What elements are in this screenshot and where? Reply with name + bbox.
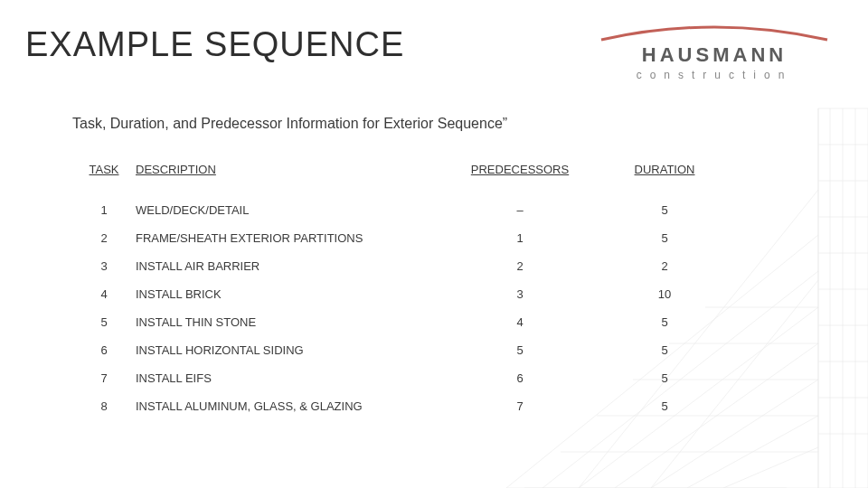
cell-duration: 5 [606, 196, 723, 224]
cell-description: INSTALL THIN STONE [136, 308, 434, 336]
cell-duration: 5 [606, 364, 723, 392]
cell-description: INSTALL ALUMINUM, GLASS, & GLAZING [136, 392, 434, 420]
cell-task: 4 [72, 280, 136, 308]
swoosh-icon [597, 23, 832, 43]
cell-duration: 5 [606, 308, 723, 336]
cell-duration: 2 [606, 252, 723, 280]
brand-main-text: HAUSMANN [597, 43, 832, 67]
cell-task: 8 [72, 392, 136, 420]
cell-predecessors: 4 [434, 308, 606, 336]
svg-line-19 [687, 416, 818, 488]
cell-duration: 5 [606, 392, 723, 420]
cell-description: INSTALL HORIZONTAL SIDING [136, 336, 434, 364]
cell-predecessors: 6 [434, 364, 606, 392]
cell-task: 6 [72, 336, 136, 364]
cell-duration: 10 [606, 280, 723, 308]
cell-task: 7 [72, 364, 136, 392]
cell-predecessors: 5 [434, 336, 606, 364]
slide-title: EXAMPLE SEQUENCE [25, 25, 404, 64]
cell-description: INSTALL EIFS [136, 364, 434, 392]
cell-task: 2 [72, 224, 136, 252]
cell-duration: 5 [606, 224, 723, 252]
cell-duration: 5 [606, 336, 723, 364]
cell-description: WELD/DECK/DETAIL [136, 196, 434, 224]
cell-description: INSTALL BRICK [136, 280, 434, 308]
th-description: DESCRIPTION [136, 163, 434, 196]
th-duration: DURATION [606, 163, 723, 196]
cell-predecessors: 7 [434, 392, 606, 420]
sequence-table: TASK DESCRIPTION PREDECESSORS DURATION 1… [72, 163, 778, 420]
cell-description: FRAME/SHEATH EXTERIOR PARTITIONS [136, 224, 434, 252]
cell-predecessors: 1 [434, 224, 606, 252]
brand-sub-text: construction [597, 69, 832, 81]
cell-predecessors: – [434, 196, 606, 224]
cell-task: 3 [72, 252, 136, 280]
cell-task: 5 [72, 308, 136, 336]
svg-rect-0 [818, 108, 868, 488]
cell-task: 1 [72, 196, 136, 224]
cell-description: INSTALL AIR BARRIER [136, 252, 434, 280]
th-predecessors: PREDECESSORS [434, 163, 606, 196]
th-task: TASK [72, 163, 136, 196]
brand-logo: HAUSMANN construction [597, 23, 832, 81]
svg-line-20 [723, 447, 818, 488]
cell-predecessors: 3 [434, 280, 606, 308]
slide-subtitle: Task, Duration, and Predecessor Informat… [72, 116, 507, 132]
cell-predecessors: 2 [434, 252, 606, 280]
